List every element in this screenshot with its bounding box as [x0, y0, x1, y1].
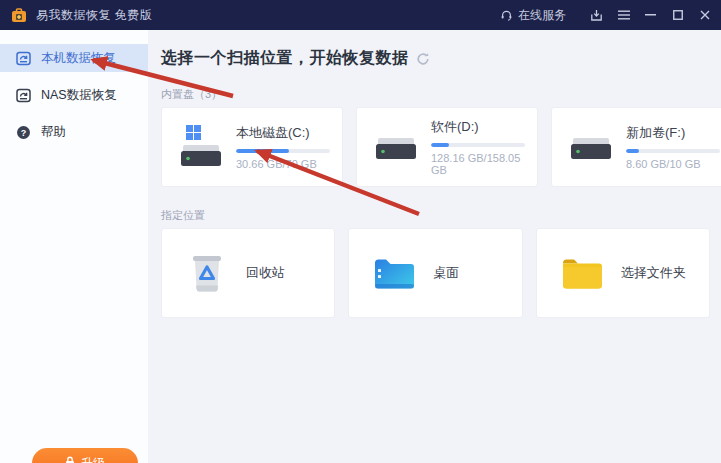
drive-card-f[interactable]: 新加卷(F:) 8.60 GB/10 GB — [551, 107, 721, 187]
minimize-button[interactable] — [637, 0, 664, 30]
recycle-bin-icon — [186, 252, 228, 294]
drive-usage-bar — [236, 149, 330, 153]
builtin-drive-grid: 本地磁盘(C:) 30.66 GB/70 GB 软件( — [161, 107, 710, 187]
sidebar-item-label: NAS数据恢复 — [41, 87, 117, 104]
drive-usage-text: 30.66 GB/70 GB — [236, 158, 330, 170]
nas-recovery-icon — [15, 87, 31, 103]
location-name: 桌面 — [433, 264, 459, 282]
sidebar-item-help[interactable]: ? 帮助 — [0, 118, 148, 146]
drive-usage-text: 128.16 GB/158.05 GB — [431, 152, 525, 176]
app-window: 易我数据恢复 免费版 在线服务 — [0, 0, 721, 463]
drive-name: 本地磁盘(C:) — [236, 124, 330, 142]
sidebar: 本机数据恢复 NAS数据恢复 ? — [0, 30, 148, 463]
drive-f-icon — [569, 124, 613, 170]
online-service-button[interactable]: 在线服务 — [491, 0, 575, 30]
desktop-folder-icon — [373, 252, 415, 294]
choose-folder-icon — [561, 252, 603, 294]
titlebar: 易我数据恢复 免费版 在线服务 — [0, 0, 721, 30]
drive-c-icon — [179, 124, 223, 170]
page-title: 选择一个扫描位置，开始恢复数据 — [161, 48, 409, 69]
help-icon: ? — [15, 124, 31, 140]
sidebar-item-nas-recovery[interactable]: NAS数据恢复 — [0, 81, 148, 109]
download-button[interactable] — [583, 0, 610, 30]
upgrade-label: 升级 — [81, 455, 105, 463]
location-card-desktop[interactable]: 桌面 — [348, 228, 522, 318]
drive-usage-bar — [431, 143, 525, 147]
local-recovery-icon — [15, 50, 31, 66]
app-logo-icon — [11, 7, 27, 23]
drive-card-d[interactable]: 软件(D:) 128.16 GB/158.05 GB — [356, 107, 538, 187]
svg-text:?: ? — [20, 127, 26, 137]
sidebar-item-label: 帮助 — [41, 124, 66, 141]
location-grid: 回收站 桌面 — [161, 228, 710, 318]
location-name: 选择文件夹 — [621, 264, 686, 282]
close-button[interactable] — [691, 0, 718, 30]
section-label-builtin: 内置盘（3） — [161, 87, 710, 102]
drive-d-icon — [374, 124, 418, 170]
sidebar-item-local-recovery[interactable]: 本机数据恢复 — [0, 44, 148, 72]
upgrade-button[interactable]: 升级 — [32, 448, 138, 463]
location-card-recycle-bin[interactable]: 回收站 — [161, 228, 335, 318]
sidebar-item-label: 本机数据恢复 — [41, 50, 116, 67]
windows-logo-icon — [186, 125, 201, 140]
drive-usage-bar — [626, 149, 720, 153]
location-name: 回收站 — [246, 264, 285, 282]
refresh-icon[interactable] — [416, 52, 430, 66]
maximize-button[interactable] — [664, 0, 691, 30]
online-service-label: 在线服务 — [518, 7, 566, 24]
main-content: 选择一个扫描位置，开始恢复数据 内置盘（3） — [148, 30, 721, 463]
section-label-location: 指定位置 — [161, 208, 710, 223]
drive-name: 新加卷(F:) — [626, 124, 720, 142]
drive-name: 软件(D:) — [431, 118, 525, 136]
drive-usage-text: 8.60 GB/10 GB — [626, 158, 720, 170]
headset-icon — [500, 9, 513, 22]
menu-button[interactable] — [610, 0, 637, 30]
drive-card-c[interactable]: 本地磁盘(C:) 30.66 GB/70 GB — [161, 107, 343, 187]
app-title: 易我数据恢复 免费版 — [36, 7, 152, 24]
lock-icon — [65, 456, 75, 463]
location-card-choose-folder[interactable]: 选择文件夹 — [536, 228, 710, 318]
